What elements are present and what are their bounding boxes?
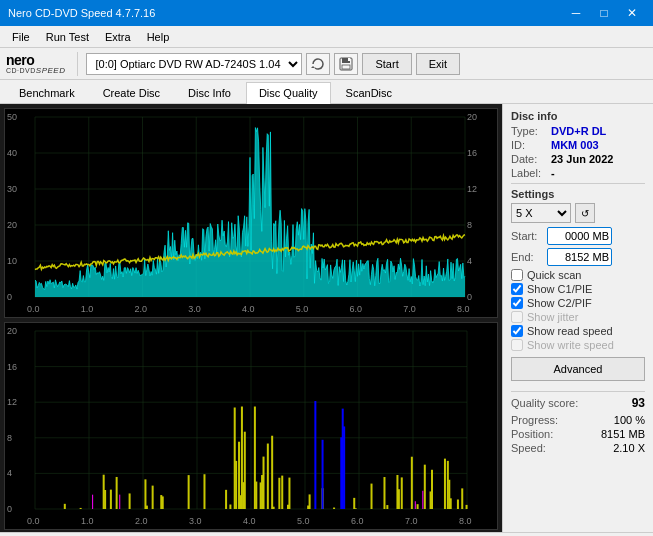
speed-select[interactable]: 5 X: [511, 203, 571, 223]
exit-button[interactable]: Exit: [416, 53, 460, 75]
position-value: 8151 MB: [601, 428, 645, 440]
show-jitter-label: Show jitter: [527, 311, 578, 323]
show-read-speed-label: Show read speed: [527, 325, 613, 337]
start-mb-input[interactable]: [547, 227, 612, 245]
position-label: Position:: [511, 428, 553, 440]
disc-label-label: Label:: [511, 167, 547, 179]
menu-file[interactable]: File: [4, 29, 38, 45]
show-write-speed-row: Show write speed: [511, 339, 645, 351]
show-jitter-row: Show jitter: [511, 311, 645, 323]
save-icon-button[interactable]: [334, 53, 358, 75]
disc-type-value: DVD+R DL: [551, 125, 606, 137]
tab-create-disc[interactable]: Create Disc: [90, 82, 173, 103]
bottom-stats: PI Errors Average: 4.84 Maximum: 44 Tota…: [0, 532, 653, 536]
top-chart: [4, 108, 498, 318]
show-c1pie-checkbox[interactable]: [511, 283, 523, 295]
show-read-speed-row: Show read speed: [511, 325, 645, 337]
menu-help[interactable]: Help: [139, 29, 178, 45]
disc-label-row: Label: -: [511, 167, 645, 179]
quick-scan-row: Quick scan: [511, 269, 645, 281]
advanced-button[interactable]: Advanced: [511, 357, 645, 381]
show-write-speed-label: Show write speed: [527, 339, 614, 351]
speed-label: Speed:: [511, 442, 546, 454]
end-mb-label: End:: [511, 251, 543, 263]
quick-scan-label: Quick scan: [527, 269, 581, 281]
disc-type-row: Type: DVD+R DL: [511, 125, 645, 137]
tab-scandisc[interactable]: ScanDisc: [333, 82, 405, 103]
logo-nero: nero: [6, 53, 34, 67]
disc-id-row: ID: MKM 003: [511, 139, 645, 151]
start-mb-row: Start:: [511, 227, 645, 245]
svg-rect-4: [348, 58, 350, 61]
disc-id-value: MKM 003: [551, 139, 599, 151]
close-button[interactable]: ✕: [619, 4, 645, 22]
show-c2pif-checkbox[interactable]: [511, 297, 523, 309]
quick-scan-checkbox[interactable]: [511, 269, 523, 281]
quality-score-row: Quality score: 93: [511, 396, 645, 410]
show-write-speed-checkbox: [511, 339, 523, 351]
bottom-chart-canvas: [5, 323, 497, 529]
progress-value: 100 %: [614, 414, 645, 426]
drive-selector[interactable]: [0:0] Optiarc DVD RW AD-7240S 1.04: [86, 53, 302, 75]
settings-refresh-button[interactable]: ↺: [575, 203, 595, 223]
show-c1pie-row: Show C1/PIE: [511, 283, 645, 295]
main-content: Disc info Type: DVD+R DL ID: MKM 003 Dat…: [0, 104, 653, 532]
progress-label: Progress:: [511, 414, 558, 426]
quality-score-label: Quality score:: [511, 397, 578, 409]
svg-marker-0: [311, 66, 315, 68]
start-mb-label: Start:: [511, 230, 543, 242]
position-row: Position: 8151 MB: [511, 428, 645, 440]
show-c2pif-row: Show C2/PIF: [511, 297, 645, 309]
show-jitter-checkbox: [511, 311, 523, 323]
quality-score-value: 93: [632, 396, 645, 410]
progress-section: Progress: 100 % Position: 8151 MB Speed:…: [511, 414, 645, 454]
title-bar: Nero CD-DVD Speed 4.7.7.16 ─ □ ✕: [0, 0, 653, 26]
chart-area: [0, 104, 502, 532]
progress-row: Progress: 100 %: [511, 414, 645, 426]
tab-disc-info[interactable]: Disc Info: [175, 82, 244, 103]
start-button[interactable]: Start: [362, 53, 411, 75]
tabs-bar: Benchmark Create Disc Disc Info Disc Qua…: [0, 80, 653, 104]
end-mb-row: End:: [511, 248, 645, 266]
bottom-chart: [4, 322, 498, 530]
show-c2pif-label: Show C2/PIF: [527, 297, 592, 309]
speed-value: 2.10 X: [613, 442, 645, 454]
menu-extra[interactable]: Extra: [97, 29, 139, 45]
disc-type-label: Type:: [511, 125, 547, 137]
tab-benchmark[interactable]: Benchmark: [6, 82, 88, 103]
top-chart-canvas: [5, 109, 495, 317]
menu-run-test[interactable]: Run Test: [38, 29, 97, 45]
title-bar-controls: ─ □ ✕: [563, 4, 645, 22]
minimize-button[interactable]: ─: [563, 4, 589, 22]
disc-date-label: Date:: [511, 153, 547, 165]
show-c1pie-label: Show C1/PIE: [527, 283, 592, 295]
disc-label-value: -: [551, 167, 555, 179]
side-panel: Disc info Type: DVD+R DL ID: MKM 003 Dat…: [502, 104, 653, 532]
disc-date-value: 23 Jun 2022: [551, 153, 613, 165]
menu-bar: File Run Test Extra Help: [0, 26, 653, 48]
logo-cddvd: CD·DVDSPEED: [6, 67, 65, 75]
maximize-button[interactable]: □: [591, 4, 617, 22]
refresh-icon-button[interactable]: [306, 53, 330, 75]
speed-row: Speed: 2.10 X: [511, 442, 645, 454]
show-read-speed-checkbox[interactable]: [511, 325, 523, 337]
disc-date-row: Date: 23 Jun 2022: [511, 153, 645, 165]
toolbar: nero CD·DVDSPEED [0:0] Optiarc DVD RW AD…: [0, 48, 653, 80]
disc-id-label: ID:: [511, 139, 547, 151]
settings-title: Settings: [511, 188, 645, 200]
title-bar-title: Nero CD-DVD Speed 4.7.7.16: [8, 7, 155, 19]
end-mb-input[interactable]: [547, 248, 612, 266]
logo-area: nero CD·DVDSPEED: [6, 53, 65, 75]
svg-rect-3: [342, 65, 350, 69]
tab-disc-quality[interactable]: Disc Quality: [246, 82, 331, 104]
disc-info-title: Disc info: [511, 110, 645, 122]
speed-settings-row: 5 X ↺: [511, 203, 645, 223]
